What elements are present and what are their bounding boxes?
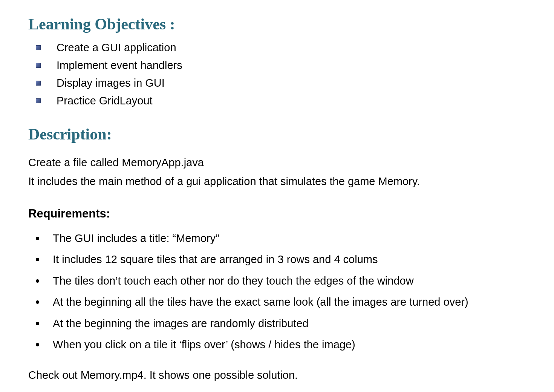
list-item: At the beginning the images are randomly… [36, 315, 526, 332]
list-item: It includes 12 square tiles that are arr… [36, 251, 526, 268]
closing-text: Check out Memory.mp4. It shows one possi… [28, 369, 526, 381]
list-item: The tiles don’t touch each other nor do … [36, 273, 526, 289]
objective-text: Practice GridLayout [57, 95, 153, 107]
list-item: At the beginning all the tiles have the … [36, 294, 526, 311]
description-line: Create a file called MemoryApp.java [28, 154, 526, 171]
description-line: It includes the main method of a gui app… [28, 173, 526, 190]
objective-text: Display images in GUI [57, 77, 165, 89]
list-item: Display images in GUI [36, 77, 526, 89]
requirement-text: At the beginning the images are randomly… [53, 315, 309, 332]
dot-bullet-icon [36, 343, 39, 346]
objectives-list: Create a GUI application Implement event… [28, 41, 526, 107]
square-bullet-icon [36, 98, 41, 103]
requirement-text: The GUI includes a title: “Memory” [53, 230, 219, 247]
dot-bullet-icon [36, 258, 39, 261]
dot-bullet-icon [36, 322, 39, 325]
list-item: The GUI includes a title: “Memory” [36, 230, 526, 247]
dot-bullet-icon [36, 300, 39, 304]
requirement-text: At the beginning all the tiles have the … [53, 294, 468, 311]
dot-bullet-icon [36, 279, 39, 283]
requirements-list: The GUI includes a title: “Memory” It in… [28, 230, 526, 353]
square-bullet-icon [36, 45, 41, 50]
objective-text: Implement event handlers [57, 59, 182, 72]
requirement-text: When you click on a tile it ‘flips over’… [53, 337, 355, 353]
list-item: Practice GridLayout [36, 95, 526, 107]
requirement-text: The tiles don’t touch each other nor do … [53, 273, 414, 289]
dot-bullet-icon [36, 237, 39, 240]
subheading-requirements: Requirements: [28, 207, 526, 220]
list-item: When you click on a tile it ‘flips over’… [36, 337, 526, 353]
square-bullet-icon [36, 81, 41, 86]
list-item: Implement event handlers [36, 59, 526, 72]
list-item: Create a GUI application [36, 41, 526, 54]
square-bullet-icon [36, 63, 41, 68]
heading-learning-objectives: Learning Objectives : [28, 15, 526, 33]
heading-description: Description: [28, 125, 526, 143]
requirement-text: It includes 12 square tiles that are arr… [53, 251, 378, 268]
objective-text: Create a GUI application [57, 41, 176, 54]
